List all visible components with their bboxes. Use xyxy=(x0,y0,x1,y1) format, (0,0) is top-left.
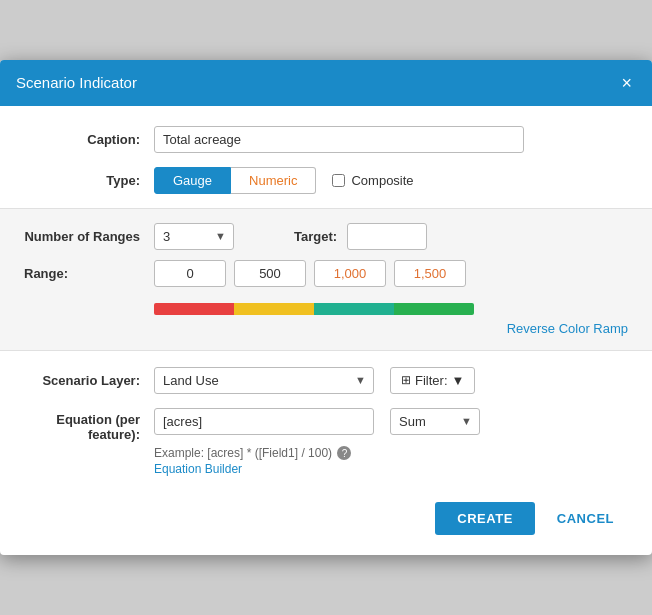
type-row: Type: Gauge Numeric Composite xyxy=(24,167,628,194)
equation-hint: Example: [acres] * ([Field1] / 100) ? xyxy=(154,446,628,461)
close-button[interactable]: × xyxy=(617,72,636,94)
caption-input[interactable] xyxy=(154,126,524,153)
filter-dropdown-arrow: ▼ xyxy=(452,373,465,388)
reverse-color-ramp-link[interactable]: Reverse Color Ramp xyxy=(154,321,628,336)
equation-row: Equation (per feature): Sum Average Coun… xyxy=(24,408,628,442)
equation-label: Equation (per feature): xyxy=(24,408,154,442)
filter-button[interactable]: ⊞ Filter: ▼ xyxy=(390,367,475,394)
scenario-section: Scenario Layer: Land Use ▼ ⊞ Filter: ▼ E… xyxy=(24,351,628,477)
composite-text: Composite xyxy=(351,173,413,188)
range-input-1[interactable] xyxy=(234,260,306,287)
ranges-select[interactable]: 3 4 5 xyxy=(154,223,234,250)
type-section: Gauge Numeric Composite xyxy=(154,167,414,194)
range-input-3[interactable] xyxy=(394,260,466,287)
color-ramp xyxy=(154,303,474,315)
range-input-2[interactable] xyxy=(314,260,386,287)
number-of-ranges-label: Number of Ranges xyxy=(24,229,154,244)
range-row: Range: xyxy=(24,260,628,287)
dialog-header: Scenario Indicator × xyxy=(0,60,652,106)
range-input-0[interactable] xyxy=(154,260,226,287)
filter-label: Filter: xyxy=(415,373,448,388)
range-inputs xyxy=(154,260,466,287)
ramp-red xyxy=(154,303,234,315)
ranges-config-row: Number of Ranges 3 4 5 ▼ Target: xyxy=(24,223,628,250)
sum-select[interactable]: Sum Average Count xyxy=(390,408,480,435)
scenario-layer-label: Scenario Layer: xyxy=(24,373,154,388)
composite-checkbox[interactable] xyxy=(332,174,345,187)
caption-row: Caption: xyxy=(24,126,628,153)
equation-input[interactable] xyxy=(154,408,374,435)
sum-select-wrap: Sum Average Count ▼ xyxy=(390,408,480,435)
ranges-section: Number of Ranges 3 4 5 ▼ Target: Range: xyxy=(0,208,652,351)
question-icon[interactable]: ? xyxy=(337,446,351,460)
range-spacer: Range: xyxy=(24,266,154,281)
gauge-button[interactable]: Gauge xyxy=(154,167,231,194)
equation-hint-text: Example: [acres] * ([Field1] / 100) xyxy=(154,446,332,460)
composite-label[interactable]: Composite xyxy=(332,173,413,188)
equation-builder-link[interactable]: Equation Builder xyxy=(154,462,628,476)
scenario-indicator-dialog: Scenario Indicator × Caption: Type: Gaug… xyxy=(0,60,652,556)
cancel-button[interactable]: CANCEL xyxy=(543,502,628,535)
numeric-button[interactable]: Numeric xyxy=(231,167,316,194)
create-button[interactable]: CREATE xyxy=(435,502,534,535)
color-ramp-row: Reverse Color Ramp xyxy=(154,295,628,336)
ramp-yellow xyxy=(234,303,314,315)
scenario-layer-select-wrap: Land Use ▼ xyxy=(154,367,374,394)
filter-icon: ⊞ xyxy=(401,373,411,387)
caption-label: Caption: xyxy=(24,132,154,147)
target-label: Target: xyxy=(294,229,337,244)
dialog-body: Caption: Type: Gauge Numeric Composite N… xyxy=(0,106,652,477)
range-label: Range: xyxy=(24,266,82,281)
scenario-layer-row: Scenario Layer: Land Use ▼ ⊞ Filter: ▼ xyxy=(24,367,628,394)
ramp-teal xyxy=(314,303,394,315)
type-label: Type: xyxy=(24,173,154,188)
dialog-title: Scenario Indicator xyxy=(16,74,137,91)
scenario-layer-select[interactable]: Land Use xyxy=(154,367,374,394)
target-input[interactable] xyxy=(347,223,427,250)
dialog-footer: CREATE CANCEL xyxy=(0,486,652,555)
ramp-green xyxy=(394,303,474,315)
ranges-select-wrap: 3 4 5 ▼ xyxy=(154,223,234,250)
